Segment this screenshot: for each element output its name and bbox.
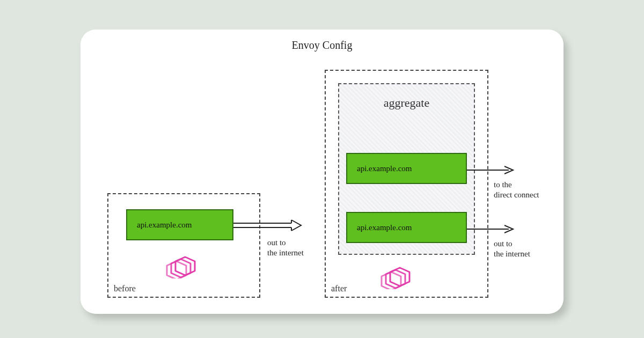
envoy-icon xyxy=(378,260,416,289)
after-arrow-2 xyxy=(467,224,515,234)
after-arrow-1 xyxy=(467,165,515,175)
after-cluster-2: api.example.com xyxy=(346,212,467,243)
envoy-icon xyxy=(164,249,201,278)
after-arrow-2-label: out to the internet xyxy=(494,239,530,259)
after-cluster-2-text: api.example.com xyxy=(357,223,412,232)
after-cluster-1: api.example.com xyxy=(346,153,467,184)
before-arrow xyxy=(233,218,303,233)
before-label: before xyxy=(114,284,136,293)
diagram-card: Envoy Config before api.example.com out … xyxy=(80,30,564,314)
after-label: after xyxy=(331,284,347,293)
after-arrow-1-label: to the direct connect xyxy=(494,180,539,200)
diagram-title: Envoy Config xyxy=(292,39,353,52)
aggregate-label: aggregate xyxy=(384,96,430,110)
after-cluster-1-text: api.example.com xyxy=(357,164,412,173)
before-arrow-label: out to the internet xyxy=(267,238,304,258)
before-cluster-text: api.example.com xyxy=(137,221,192,230)
before-cluster-box: api.example.com xyxy=(126,209,233,240)
